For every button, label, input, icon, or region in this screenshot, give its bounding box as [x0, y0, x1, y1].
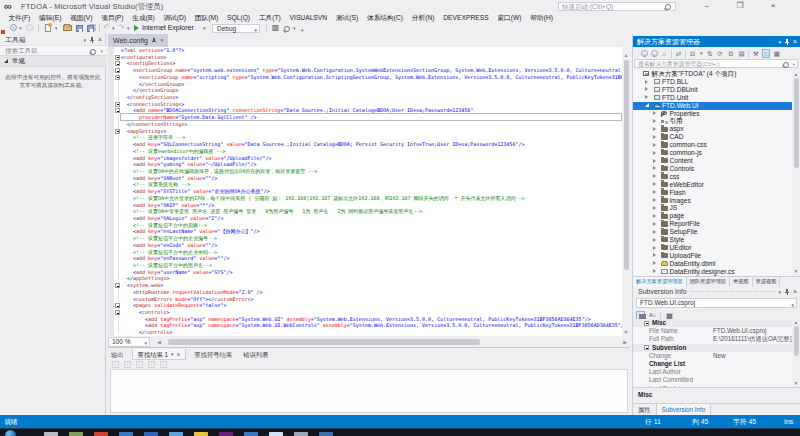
sync-with-active-document-icon[interactable]: ⇄ [674, 49, 682, 58]
scrollbar-thumb[interactable] [794, 326, 799, 356]
editor-horizontal-scrollbar[interactable]: ◀ ▶ [154, 337, 630, 347]
code-line-41[interactable]: <add tagPrefix="asp" namespace="System.W… [108, 316, 622, 323]
collapsed-arrow-icon[interactable] [645, 95, 648, 99]
code-line-43[interactable]: </controls> [108, 329, 622, 336]
collapsed-arrow-icon[interactable] [653, 159, 656, 163]
chevron-down-icon[interactable]: ▾ [171, 349, 174, 360]
menu-item-3[interactable]: 视图(V) [66, 13, 97, 22]
tree-item-Controls[interactable]: Controls [633, 165, 792, 173]
menu-item-15[interactable]: 窗口(W) [493, 13, 526, 22]
tree-item-引用[interactable]: 引用 [633, 117, 792, 125]
taskbar-app-icon-1[interactable] [44, 432, 58, 436]
close-button[interactable]: × [766, 0, 780, 12]
taskbar-app-icon-8[interactable] [219, 432, 233, 436]
menu-item-14[interactable]: DEVEXPRESS [439, 13, 493, 22]
solution-explorer-search-input[interactable]: 搜索解决方案资源管理器(Ctrl+;) ▾ [634, 59, 798, 68]
code-line-12[interactable]: </connectionStrings> [108, 121, 622, 128]
code-line-37[interactable]: <httpRuntime requestValidationMode="2.0"… [108, 289, 622, 296]
collapsed-arrow-icon[interactable] [653, 261, 656, 265]
code-line-31[interactable]: <!-- 设置短信平台中的企业密码--> [108, 249, 622, 256]
collapsed-arrow-icon[interactable] [653, 246, 656, 250]
fold-collapse-icon[interactable] [115, 75, 120, 80]
collapse-icon[interactable] [644, 345, 649, 350]
fold-collapse-icon[interactable] [115, 310, 120, 315]
navigate-back-dropdown-icon[interactable]: ▾ [19, 25, 22, 31]
collapsed-arrow-icon[interactable] [653, 214, 656, 218]
taskbar-app-icon-10[interactable] [269, 432, 283, 436]
collapsed-arrow-icon[interactable] [653, 166, 656, 170]
collapsed-arrow-icon[interactable] [653, 222, 656, 226]
menu-item-1[interactable]: 文件(F) [4, 13, 35, 22]
scroll-down-icon[interactable]: ▼ [792, 380, 800, 387]
find-results-content[interactable] [110, 369, 628, 413]
editor-vertical-scrollbar[interactable]: ▲ ▼ [622, 47, 630, 336]
tab-close-icon[interactable]: × [160, 37, 164, 44]
close-icon[interactable]: × [98, 36, 102, 43]
tree-item-images[interactable]: images [633, 197, 792, 205]
code-line-22[interactable]: <add key="SYSTitle" value="金业协同OA办公系统"/> [108, 188, 622, 195]
collapse-all-icon[interactable]: ⊟ [689, 49, 697, 58]
tree-item-FTD.Web.UI[interactable]: FTD.Web.UI [633, 102, 792, 110]
collapsed-arrow-icon[interactable] [653, 111, 656, 115]
quick-launch-search[interactable]: 快速启动 (Ctrl+Q) [558, 2, 676, 11]
collapsed-arrow-icon[interactable] [645, 87, 648, 91]
collapsed-arrow-icon[interactable] [653, 135, 656, 139]
taskbar-app-icon-5[interactable] [144, 432, 158, 436]
code-line-3[interactable]: <configSections> [108, 60, 622, 67]
collapsed-arrow-icon[interactable] [653, 206, 656, 210]
document-tab-webconfig[interactable]: Web.config × [108, 34, 168, 47]
subversion-title-bar[interactable]: Subversion Info ▾ × [633, 286, 800, 297]
pin-icon[interactable] [785, 39, 789, 45]
collapsed-arrow-icon[interactable] [653, 143, 656, 147]
code-line-13[interactable]: <appSettings> [108, 128, 622, 135]
code-line-9[interactable]: <connectionStrings> [108, 101, 622, 108]
scrollbar-thumb[interactable] [624, 60, 629, 270]
tree-item-Style[interactable]: Style [633, 236, 792, 244]
tree-item-ReportFile[interactable]: ReportFile [633, 220, 792, 228]
bottom-tab-4[interactable]: 错误列表 [240, 349, 271, 360]
tree-item-common-js[interactable]: common-js [633, 149, 792, 157]
code-line-2[interactable]: <configuration> [108, 54, 622, 61]
grid-row-Full Path[interactable]: Full PathE:\20161111\仿通达OA完整源码\F [633, 335, 792, 343]
view-code-icon[interactable]: ▤ [738, 49, 746, 58]
menu-item-4[interactable]: 项目(P) [97, 13, 128, 22]
go-to-next-result-icon[interactable]: ▪ [124, 361, 131, 368]
menu-item-2[interactable]: 编辑(E) [35, 13, 66, 22]
restore-button[interactable]: ❐ [733, 0, 747, 12]
code-line-35[interactable]: </appSettings> [108, 275, 622, 282]
tree-item-CAD[interactable]: CAD [633, 133, 792, 141]
menu-item-16[interactable]: 帮助(H) [526, 13, 557, 22]
collapsed-arrow-icon[interactable] [653, 198, 656, 202]
collapsed-arrow-icon[interactable] [653, 174, 656, 178]
grid-row-Change[interactable]: ChangeNew [633, 352, 792, 360]
save-all-icon[interactable] [87, 25, 94, 32]
show-all-files-icon[interactable]: ▦ [773, 49, 781, 58]
fold-collapse-icon[interactable] [115, 129, 120, 134]
code-line-19[interactable]: <!-- 设置OA中的在线编辑器保存，该路径指示OA所在的目录，根目录请留空 -… [108, 168, 622, 175]
taskbar-app-icon-11[interactable] [294, 432, 308, 436]
editor-zoom-combo[interactable]: 100 %▾ [108, 337, 150, 347]
code-line-25[interactable]: <!-- 设置OA中登录是用 用户名 还是 用户编号 登录 0为用户编号 1为 … [108, 208, 622, 215]
scrollbar-thumb[interactable] [794, 78, 799, 168]
tree-item-SetupFile[interactable]: SetupFile [633, 228, 792, 236]
code-line-1[interactable]: <?xml version="1.0"?> [108, 47, 622, 54]
fold-collapse-icon[interactable] [115, 55, 120, 60]
window-position-icon[interactable]: ▾ [778, 39, 781, 45]
code-line-33[interactable]: <!-- 设置短信平台中的用户名--> [108, 262, 622, 269]
code-line-20[interactable]: <add key="OARoot" value=""/> [108, 175, 622, 182]
fold-collapse-icon[interactable] [115, 102, 120, 107]
tree-item-解决方案"FTDOA" (4 个项目)[interactable]: 解决方案"FTDOA" (4 个项目) [633, 70, 792, 78]
tree-item-page[interactable]: page [633, 212, 792, 220]
taskbar-app-icon-2[interactable] [69, 432, 83, 436]
scroll-up-icon[interactable]: ▲ [792, 319, 800, 326]
new-file-dropdown-icon[interactable]: ▾ [55, 25, 58, 31]
scroll-left-icon[interactable]: ◀ [157, 337, 161, 347]
code-line-40[interactable]: <controls> [108, 309, 622, 316]
bottom-tab-2[interactable]: 查找结果 1▾× [132, 349, 187, 360]
scroll-up-icon[interactable]: ▲ [622, 52, 630, 59]
preview-selected-items-icon[interactable]: ⚐ [762, 49, 770, 58]
tree-item-eWebEditor[interactable]: eWebEditor [633, 181, 792, 189]
collapsed-arrow-icon[interactable] [653, 190, 656, 194]
find-icon[interactable] [284, 26, 290, 32]
refresh-icon[interactable]: ⟳ [716, 49, 724, 58]
